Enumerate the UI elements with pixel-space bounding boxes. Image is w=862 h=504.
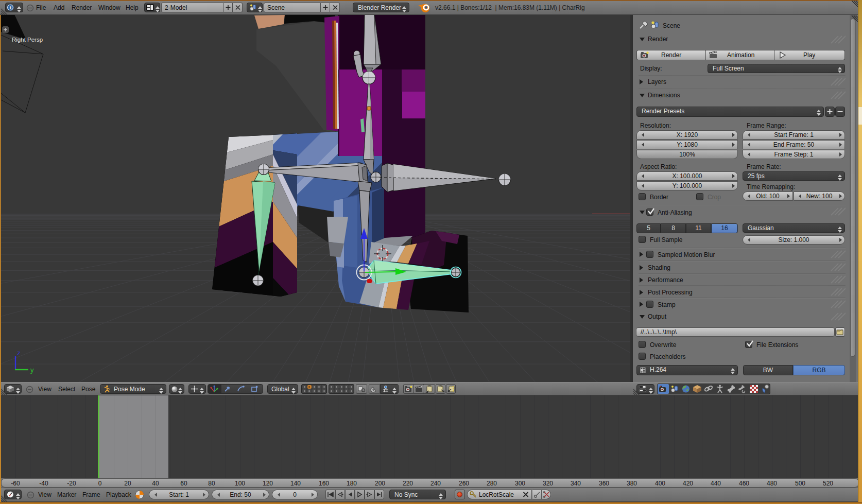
svg-text:z: z — [17, 349, 21, 357]
svg-text:y: y — [30, 366, 34, 374]
